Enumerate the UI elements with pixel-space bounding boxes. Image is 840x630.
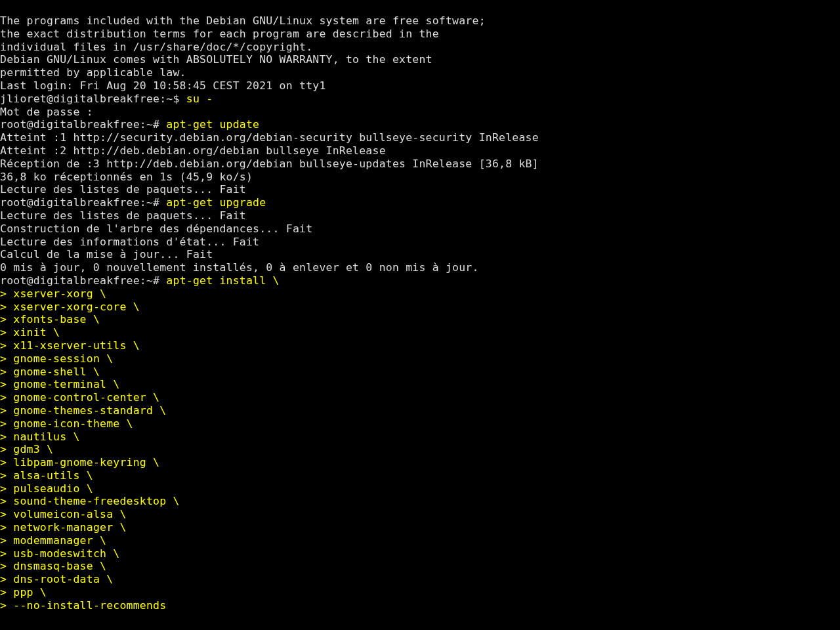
continuation-line: > volumeicon-alsa \ (0, 508, 840, 521)
continuation-line: > ppp \ (0, 586, 840, 599)
continuation-line: > sound-theme-freedesktop \ (0, 495, 840, 508)
continuation-line: > modemmanager \ (0, 534, 840, 547)
motd-line: the exact distribution terms for each pr… (0, 28, 840, 41)
password-prompt-line: Mot de passe : (0, 106, 840, 119)
apt-output-line: Réception de :3 http://deb.debian.org/de… (0, 158, 840, 171)
user-prompt-line: jlioret@digitalbreakfree:~$ su - (0, 93, 840, 106)
continuation-line: > x11-xserver-utils \ (0, 339, 840, 352)
continuation-line: > gnome-icon-theme \ (0, 417, 840, 430)
apt-output-line: Lecture des informations d'état... Fait (0, 236, 840, 249)
continuation-line: > gnome-terminal \ (0, 378, 840, 391)
apt-output-line: 0 mis à jour, 0 nouvellement installés, … (0, 261, 840, 274)
root-prompt-line: root@digitalbreakfree:~# apt-get upgrade (0, 196, 840, 209)
apt-output-line: 36,8 ko réceptionnés en 1s (45,9 ko/s) (0, 171, 840, 184)
motd-line: The programs included with the Debian GN… (0, 14, 840, 28)
continuation-line: > xserver-xorg-core \ (0, 301, 840, 314)
continuation-line: > gnome-control-center \ (0, 391, 840, 404)
continuation-line: > pulseaudio \ (0, 482, 840, 495)
root-prompt-line: root@digitalbreakfree:~# apt-get install… (0, 274, 840, 287)
apt-output-line: Construction de l'arbre des dépendances.… (0, 222, 840, 236)
root-prompt-line: root@digitalbreakfree:~# apt-get update (0, 118, 840, 131)
apt-output-line: Atteint :1 http://security.debian.org/de… (0, 131, 840, 144)
continuation-line: > nautilus \ (0, 430, 840, 444)
continuation-line: > gnome-session \ (0, 352, 840, 366)
continuation-line: > gdm3 \ (0, 443, 840, 456)
motd-line: Last login: Fri Aug 20 10:58:45 CEST 202… (0, 79, 840, 93)
continuation-line: > network-manager \ (0, 521, 840, 534)
terminal-output[interactable]: The programs included with the Debian GN… (0, 0, 840, 612)
apt-output-line: Lecture des listes de paquets... Fait (0, 209, 840, 222)
continuation-line: > gnome-shell \ (0, 366, 840, 379)
continuation-line: > xfonts-base \ (0, 313, 840, 326)
continuation-line: > libpam-gnome-keyring \ (0, 456, 840, 469)
continuation-line: > alsa-utils \ (0, 469, 840, 482)
continuation-line: > xinit \ (0, 326, 840, 339)
apt-output-line: Calcul de la mise à jour... Fait (0, 248, 840, 261)
apt-output-line: Lecture des listes de paquets... Fait (0, 183, 840, 196)
motd-line: permitted by applicable law. (0, 66, 840, 79)
continuation-line: > --no-install-recommends (0, 599, 840, 612)
continuation-line: > dnsmasq-base \ (0, 560, 840, 573)
motd-line: individual files in /usr/share/doc/*/cop… (0, 41, 840, 54)
continuation-line: > usb-modeswitch \ (0, 547, 840, 560)
continuation-line: > xserver-xorg \ (0, 287, 840, 301)
continuation-line: > dns-root-data \ (0, 573, 840, 586)
motd-line: Debian GNU/Linux comes with ABSOLUTELY N… (0, 53, 840, 66)
apt-output-line: Atteint :2 http://deb.debian.org/debian … (0, 144, 840, 158)
continuation-line: > gnome-themes-standard \ (0, 404, 840, 417)
